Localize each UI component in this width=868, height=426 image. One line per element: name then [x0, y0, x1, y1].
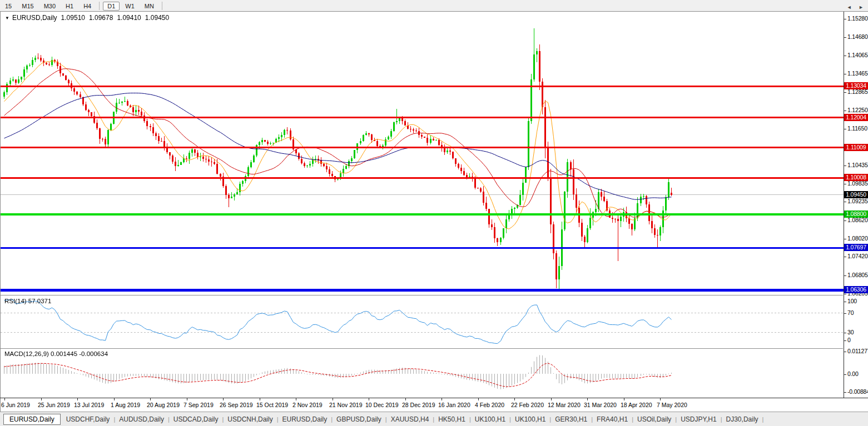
chart-tab-bar: EURUSD,DailyUSDCHF,Daily|AUDUSD,Daily|US… — [0, 412, 868, 426]
tab-scroll-left-icon[interactable]: ◄ — [847, 4, 852, 10]
time-tick-mark — [624, 398, 624, 400]
axis-tick-mark — [844, 333, 846, 333]
time-tick-label: 4 Feb 2020 — [475, 402, 504, 408]
chart-tab-uk100-h1[interactable]: UK100,H1 — [511, 415, 549, 423]
price-tick-label: 1.14680 — [844, 33, 868, 40]
time-axis[interactable]: 6 Jun 201925 Jun 201913 Jul 20191 Aug 20… — [0, 398, 868, 412]
period-button-h4[interactable]: H4 — [79, 2, 96, 11]
chart-tab-usdcad-daily[interactable]: USDCAD,Daily — [170, 415, 222, 423]
period-button-w1[interactable]: W1 — [121, 2, 139, 11]
time-tick-label: 22 Feb 2020 — [511, 402, 544, 408]
axis-tick-mark — [844, 239, 846, 239]
time-tick-label: 21 Nov 2019 — [329, 402, 363, 408]
tab-scroll-right-icon[interactable]: ► — [859, 4, 864, 10]
macd-panel-separator[interactable] — [1, 348, 843, 349]
time-tick-mark — [442, 398, 442, 400]
axis-tick-mark — [844, 129, 846, 129]
time-axis-line — [0, 398, 868, 398]
chart-symbol-label: EURUSD,Daily — [12, 14, 57, 22]
chart-tab-usdchf-daily[interactable]: USDCHF,Daily — [62, 415, 114, 423]
time-tick-mark — [4, 398, 5, 400]
axis-tick-mark — [844, 74, 846, 74]
period-button-mn[interactable]: MN — [140, 2, 158, 11]
macd-tick-label: 0.011277 — [844, 348, 868, 354]
time-tick-label: 15 Oct 2019 — [256, 402, 288, 408]
chart-tab-ger30-h1[interactable]: GER30,H1 — [551, 415, 591, 423]
chart-tab-usdjpy-h1[interactable]: USDJPY,H1 — [677, 415, 720, 423]
time-tick-mark — [114, 398, 115, 400]
symbol-dropdown-icon[interactable]: ▼ — [5, 16, 9, 21]
axis-tick-mark — [844, 392, 846, 393]
price-axis-line — [844, 12, 844, 398]
time-tick-label: 18 Apr 2020 — [621, 402, 652, 408]
ohlc-close: 1.09450 — [145, 14, 169, 22]
ohlc-high: 1.09678 — [89, 14, 113, 22]
time-tick-mark — [77, 398, 78, 400]
time-tick-label: 16 Jan 2020 — [438, 402, 470, 408]
time-tick-label: 25 Jun 2019 — [38, 402, 70, 408]
chart-tab-usoil-daily[interactable]: USOil,Daily — [633, 415, 675, 423]
macd-tick-label: -0.008845 — [844, 388, 868, 395]
period-button-d1[interactable]: D1 — [103, 2, 120, 11]
time-tick-mark — [187, 398, 187, 400]
price-tick-label: 1.09235 — [844, 198, 868, 204]
axis-tick-mark — [844, 92, 846, 93]
chart-tab-hk50-h1[interactable]: HK50,H1 — [434, 415, 469, 423]
time-tick-mark — [660, 398, 661, 400]
time-tick-mark — [514, 398, 515, 400]
time-tick-label: 1 Aug 2019 — [111, 402, 140, 408]
axis-tick-mark — [844, 184, 846, 184]
price-level-badge: 1.10008 — [844, 174, 868, 181]
chart-title: ▼EURUSD,Daily1.095101.096781.094101.0945… — [5, 14, 169, 22]
axis-tick-mark — [844, 275, 846, 276]
ohlc-open: 1.09510 — [61, 14, 85, 22]
tab-separator: | — [762, 416, 764, 423]
period-button-m30[interactable]: M30 — [39, 2, 60, 11]
chart-tab-fra40-h1[interactable]: FRA40,H1 — [593, 415, 632, 423]
rsi-tick-label: 100 — [844, 298, 857, 304]
time-tick-mark — [260, 398, 260, 400]
time-tick-mark — [333, 398, 333, 400]
macd-panel-label: MACD(12,26,9) 0.001445 -0.000634 — [4, 350, 108, 357]
toolbar-separator — [162, 2, 162, 10]
chart-tab-xauusd-h4[interactable]: XAUUSD,H4 — [387, 415, 433, 423]
price-chart-canvas[interactable] — [1, 12, 844, 294]
price-tick-label: 1.10435 — [844, 162, 868, 168]
time-tick-mark — [587, 398, 588, 400]
rsi-panel-separator[interactable] — [1, 295, 843, 295]
axis-tick-mark — [844, 56, 846, 56]
chart-tab-eurusd-daily[interactable]: EURUSD,Daily — [3, 414, 61, 425]
time-tick-mark — [369, 398, 369, 400]
price-tick-label: 1.11650 — [844, 125, 867, 132]
macd-indicator-canvas[interactable] — [1, 349, 844, 398]
timeframe-toolbar: 15M15M30H1H4D1W1MN — [0, 0, 868, 11]
price-level-badge: 1.07697 — [844, 244, 868, 251]
price-tick-label: 1.08020 — [844, 235, 868, 242]
rsi-indicator-canvas[interactable] — [1, 295, 844, 348]
price-tick-label: 1.06805 — [844, 272, 868, 278]
period-button-m15[interactable]: M15 — [17, 2, 38, 11]
axis-tick-mark — [844, 340, 846, 341]
rsi-tick-label: 70 — [844, 309, 854, 316]
axis-tick-mark — [844, 352, 846, 352]
period-button-15[interactable]: 15 — [1, 2, 16, 11]
rsi-tick-label: 0 — [844, 337, 851, 343]
time-tick-label: 12 Mar 2020 — [548, 402, 581, 408]
time-tick-label: 10 Dec 2019 — [365, 402, 399, 408]
price-tick-label: 1.15280 — [844, 15, 868, 22]
axis-tick-mark — [844, 257, 846, 257]
chart-tab-dj30-daily[interactable]: DJ30,Daily — [722, 415, 762, 423]
period-button-h1[interactable]: H1 — [61, 2, 78, 11]
time-tick-label: 7 Sep 2019 — [183, 402, 214, 408]
chart-tab-usdcnh-daily[interactable]: USDCNH,Daily — [224, 415, 276, 423]
time-tick-label: 31 Mar 2020 — [584, 402, 617, 408]
price-level-badge: 1.12004 — [844, 114, 868, 121]
chart-tab-eurusd-daily[interactable]: EURUSD,Daily — [279, 415, 331, 423]
time-tick-label: 26 Sep 2019 — [220, 402, 253, 408]
time-tick-mark — [150, 398, 151, 400]
time-tick-mark — [551, 398, 552, 400]
chart-tab-audusd-daily[interactable]: AUDUSD,Daily — [115, 415, 168, 423]
time-tick-label: 28 Dec 2019 — [402, 402, 435, 408]
chart-tab-uk100-h1[interactable]: UK100,H1 — [471, 415, 509, 423]
chart-tab-gbpusd-daily[interactable]: GBPUSD,Daily — [333, 415, 385, 423]
